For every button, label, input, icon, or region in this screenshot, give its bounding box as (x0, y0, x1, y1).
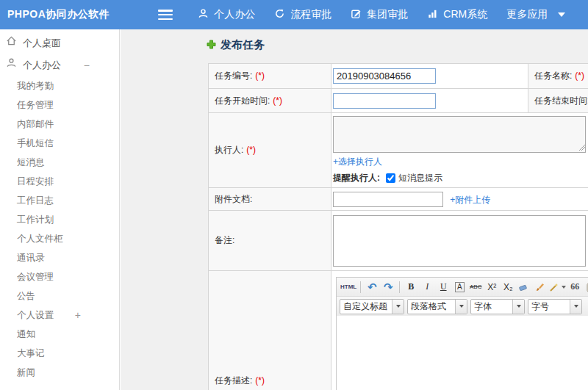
collapse-icon[interactable]: − (84, 54, 90, 76)
user-icon (198, 8, 214, 21)
sidebar-item-personal-file-cabinet[interactable]: 个人文件柜 (0, 229, 119, 248)
expand-icon[interactable]: + (75, 306, 81, 325)
required-mark: (*) (273, 95, 282, 106)
main-content: 发布任务 任务编号:(*) 任务名称:(*) 任务开始时间:(*) (121, 29, 588, 390)
caret-down-icon (392, 300, 404, 314)
home-icon (6, 32, 23, 54)
remark-textarea[interactable] (333, 215, 586, 267)
attachment-upload-link[interactable]: +附件上传 (450, 195, 490, 205)
topbar-nav: 个人办公 流程审批 集团审批 CRM系统 更多应用 (198, 8, 584, 21)
nav-personal-office[interactable]: 个人办公 (198, 8, 255, 21)
sms-remind-label: 短消息提示 (398, 172, 442, 184)
editor-toolbar-row2: 自定义标题 段落格式 字体 字号 (337, 297, 588, 316)
required-mark: (*) (255, 71, 265, 81)
strikethrough-button[interactable]: ABC (468, 280, 483, 295)
task-number-label-cell: 任务编号:(*) (209, 64, 331, 89)
caret-down-icon (558, 12, 565, 17)
executor-label-cell: 执行人:(*) (209, 113, 331, 188)
page-title: 发布任务 (207, 38, 265, 52)
sidebar-item-personal-desktop[interactable]: 个人桌面 (0, 32, 119, 54)
sms-remind-checkbox[interactable] (386, 173, 395, 183)
editor-content-area[interactable] (337, 316, 588, 390)
sidebar-item-meeting-management[interactable]: 会议管理 (0, 267, 119, 286)
sidebar-item-announcement[interactable]: 公告 (0, 286, 119, 306)
sidebar-item-notice[interactable]: 通知 (0, 325, 119, 344)
user-icon (6, 54, 23, 76)
rich-text-editor: HTML ↶ ↷ B I U A ABC X² X₂ (336, 277, 588, 390)
task-name-label-cell: 任务名称:(*) (528, 64, 588, 89)
sidebar-item-contacts[interactable]: 通讯录 (0, 248, 119, 267)
sidebar-item-short-message[interactable]: 短消息 (0, 153, 119, 172)
nav-more-apps[interactable]: 更多应用 (506, 8, 565, 21)
description-label-cell: 任务描述:(*) (209, 271, 331, 390)
font-size-dropdown[interactable]: 字号 (528, 299, 582, 314)
subscript-button[interactable]: X₂ (501, 280, 515, 295)
sidebar-item-personal-office[interactable]: 个人办公 − (0, 54, 119, 76)
bold-button[interactable]: B (404, 280, 418, 295)
attachment-label-cell: 附件文档: (209, 188, 331, 211)
remind-executor-label: 提醒执行人: (333, 172, 380, 184)
sidebar-item-work-log[interactable]: 工作日志 (0, 191, 119, 210)
sidebar-item-my-attendance[interactable]: 我的考勤 (0, 76, 119, 95)
sidebar-item-work-plan[interactable]: 工作计划 (0, 210, 119, 229)
font-background-button[interactable]: A (452, 280, 467, 295)
blockquote-button[interactable]: 66 (567, 280, 582, 295)
sidebar-item-news[interactable]: 新闻 (0, 363, 119, 382)
caret-down-icon (512, 300, 524, 314)
app-title: PHPOA协同办公软件 (7, 8, 110, 21)
undo-icon[interactable]: ↶ (365, 280, 379, 295)
paragraph-format-dropdown[interactable]: 段落格式 (407, 299, 467, 314)
paste-plain-icon[interactable]: T (584, 280, 588, 295)
executor-textarea[interactable] (333, 116, 586, 153)
sidebar-item-memorabilia[interactable]: 大事记 (0, 344, 119, 363)
start-time-label-cell: 任务开始时间:(*) (209, 89, 331, 113)
superscript-button[interactable]: X² (484, 280, 499, 295)
sidebar-item-internal-mail[interactable]: 内部邮件 (0, 115, 119, 134)
attachment-input[interactable] (333, 192, 443, 207)
end-time-label-cell: 任务结束时间:(*) (528, 89, 588, 113)
italic-button[interactable]: I (420, 280, 434, 295)
font-family-dropdown[interactable]: 字体 (470, 299, 525, 314)
nav-crm-system[interactable]: CRM系统 (427, 8, 487, 21)
topbar: PHPOA协同办公软件 个人办公 流程审批 集团审批 CRM系统 更多应用 (0, 0, 588, 29)
process-icon (274, 8, 290, 21)
task-number-input[interactable] (333, 68, 436, 84)
caret-down-icon (455, 300, 467, 314)
publish-task-form: 任务编号:(*) 任务名称:(*) 任务开始时间:(*) 任务结束时间:(*) (208, 63, 588, 390)
required-mark: (*) (255, 375, 265, 386)
format-brush-icon[interactable] (533, 280, 548, 295)
add-icon (207, 39, 216, 52)
editor-toolbar-row1: HTML ↶ ↷ B I U A ABC X² X₂ (337, 278, 588, 297)
select-executor-link[interactable]: +选择执行人 (333, 156, 382, 167)
caret-down-icon (570, 300, 581, 314)
required-mark: (*) (575, 71, 584, 81)
html-source-button[interactable]: HTML (340, 280, 356, 295)
redo-icon[interactable]: ↷ (381, 280, 395, 295)
start-time-input[interactable] (333, 93, 436, 109)
remark-label-cell: 备注: (209, 211, 331, 271)
remove-format-icon[interactable] (517, 280, 531, 295)
sidebar-item-task-management[interactable]: 任务管理 (0, 95, 119, 115)
nav-group-approval[interactable]: 集团审批 (351, 8, 408, 21)
quick-format-icon[interactable] (549, 280, 566, 295)
menu-toggle-icon[interactable] (158, 10, 173, 20)
required-mark: (*) (246, 145, 256, 155)
sidebar-item-personal-settings[interactable]: 个人设置 + (0, 306, 119, 325)
underline-button[interactable]: U (436, 280, 451, 295)
sidebar: 个人桌面 个人办公 − 我的考勤 任务管理 内部邮件 手机短信 短消息 日程安排… (0, 29, 120, 390)
edit-icon (351, 8, 367, 21)
sidebar-item-partial[interactable] (0, 382, 119, 385)
custom-title-dropdown[interactable]: 自定义标题 (340, 299, 404, 314)
sidebar-item-schedule[interactable]: 日程安排 (0, 172, 119, 191)
nav-process-approval[interactable]: 流程审批 (274, 8, 331, 21)
sidebar-item-sms[interactable]: 手机短信 (0, 134, 119, 153)
chart-icon (427, 8, 443, 21)
